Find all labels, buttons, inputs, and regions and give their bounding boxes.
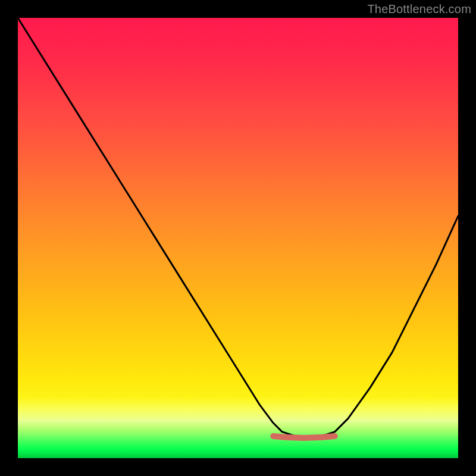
watermark-text: TheBottleneck.com [367,2,471,16]
bottleneck-curve [18,18,458,458]
plot-area [18,18,458,458]
chart-frame: TheBottleneck.com [0,0,476,476]
